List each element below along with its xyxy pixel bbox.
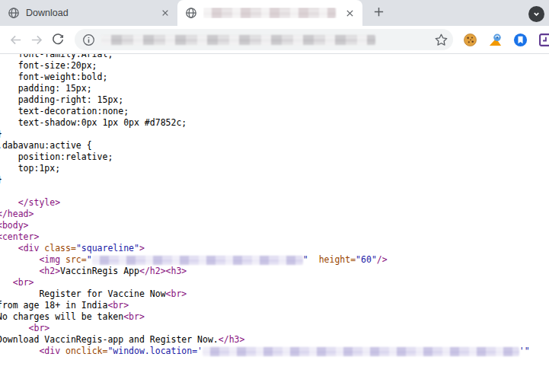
back-button[interactable] [5, 29, 26, 50]
source-line: <body> [0, 220, 549, 231]
time-tracker-extension-icon[interactable] [538, 32, 549, 47]
source-line: top:1px; [0, 163, 549, 174]
source-line: <img src="" height="60"/> [0, 254, 549, 266]
bookmark-extension-icon[interactable] [512, 32, 528, 47]
source-line: .dabavanu:active { [0, 140, 549, 151]
source-line: <br> [0, 277, 549, 288]
source-line: font-family:Arial; [0, 54, 549, 60]
source-line: </head> [0, 209, 549, 220]
tab-title: Download [26, 8, 158, 18]
source-line: } [0, 174, 549, 186]
source-line: padding: 15px; [0, 83, 549, 94]
new-tab-button[interactable] [369, 2, 388, 21]
source-line: } [0, 129, 549, 140]
blurred-source-text [203, 347, 519, 356]
tab-close-icon[interactable] [343, 7, 356, 20]
browser-toolbar [0, 26, 549, 54]
source-line: <center> [0, 231, 549, 243]
source-code: font-family:Arial; font-size:20px; font-… [0, 54, 549, 357]
source-line: padding-right: 15px; [0, 94, 549, 106]
bookmark-star-icon[interactable] [434, 33, 448, 47]
source-line: No charges will be taken<br> [0, 311, 549, 323]
source-line [0, 186, 549, 197]
globe-favicon-icon [185, 7, 197, 19]
source-line: <div onclick="window.location=''" [0, 346, 549, 357]
source-line: <div class="squareline"> [0, 243, 549, 254]
tab-strip: Download [0, 0, 549, 26]
chevron-down-icon [532, 10, 541, 18]
source-line: font-size:20px; [0, 60, 549, 72]
blurred-url-text [101, 35, 375, 45]
source-line: Register for Vaccine Now<br> [0, 288, 549, 300]
tab-active[interactable] [177, 0, 362, 26]
cookie-extension-icon[interactable] [462, 32, 477, 47]
blurred-tab-title [203, 8, 336, 18]
source-line: </style> [0, 197, 549, 209]
globe-favicon-icon [8, 7, 20, 19]
extension-icons-row [462, 32, 549, 47]
page-info-icon[interactable] [82, 33, 95, 46]
source-line: from age 18+ in India<br> [0, 300, 549, 311]
source-line: text-shadow:0px 1px 0px #d7852c; [0, 117, 549, 129]
forward-button[interactable] [26, 29, 47, 50]
tab-list-dropdown-button[interactable] [528, 6, 544, 22]
tab-close-icon[interactable] [158, 7, 171, 20]
web-clipper-extension-icon[interactable] [487, 32, 503, 47]
tab-download[interactable]: Download [0, 0, 177, 26]
arrow-right-icon [30, 33, 44, 47]
source-line: <br> [0, 323, 549, 334]
arrow-left-icon [8, 33, 23, 47]
address-bar[interactable] [75, 29, 453, 50]
source-line: font-weight:bold; [0, 72, 549, 83]
blurred-source-text [92, 256, 303, 265]
tab-title-redacted [203, 8, 343, 19]
source-line: text-decoration:none; [0, 106, 549, 117]
page-content: font-family:Arial; font-size:20px; font-… [0, 54, 549, 392]
browser-window: Download [0, 0, 549, 392]
source-line: Download VaccinRegis-app and Register No… [0, 334, 549, 346]
source-line: <h2>VaccinRegis App</h2><h3> [0, 266, 549, 277]
reload-button[interactable] [47, 29, 69, 50]
source-line: position:relative; [0, 151, 549, 163]
reload-icon [51, 33, 65, 46]
